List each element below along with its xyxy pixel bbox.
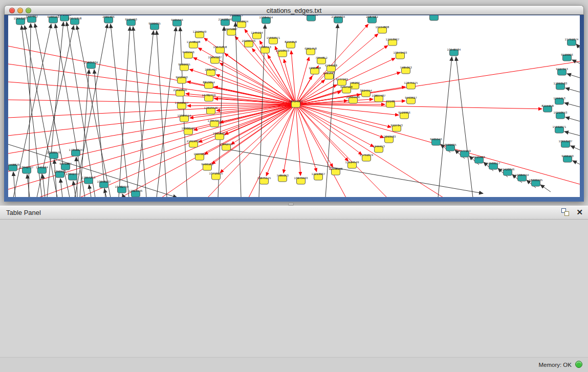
graph-node[interactable]: 17957253 (82, 176, 96, 184)
graph-node[interactable]: 11568829 (8, 163, 19, 171)
graph-node[interactable]: 9777169 (459, 149, 471, 157)
graph-node[interactable]: 9129966 (561, 53, 573, 61)
graph-node[interactable]: 10653287 (14, 17, 28, 25)
graph-node[interactable]: 20206576 (242, 39, 256, 47)
graph-node[interactable]: 9115460 (473, 156, 485, 163)
graph-node[interactable]: 9466160 (47, 15, 59, 23)
graph-node[interactable]: 1350513 (54, 170, 66, 178)
graph-node[interactable]: 7485063 (400, 66, 412, 74)
graph-node[interactable]: 1350513 (259, 46, 271, 53)
graph-node[interactable]: 12093583 (554, 82, 568, 90)
graph-node[interactable]: 22420046 (219, 18, 233, 26)
graph-node[interactable]: 16671358 (68, 17, 82, 25)
graph-node[interactable]: 13942757 (66, 172, 80, 180)
svg-text:12124549: 12124549 (345, 161, 359, 164)
graph-node[interactable]: 12213967 (386, 38, 400, 46)
graph-node[interactable]: 15751074 (360, 154, 374, 161)
graph-node[interactable]: 9465546 (430, 138, 442, 145)
graph-node[interactable]: 9466160 (561, 155, 574, 162)
graph-node[interactable]: 19384554 (259, 16, 274, 24)
graph-node[interactable]: 16210643 (554, 111, 568, 119)
graph-node[interactable]: 16782759 (202, 94, 216, 101)
graph-node[interactable]: 8215958 (285, 40, 297, 48)
graph-node[interactable]: 22420046 (501, 168, 515, 176)
graph-node[interactable]: 9465546 (171, 18, 183, 26)
graph-node[interactable]: 16782759 (115, 185, 129, 193)
graph-node[interactable]: 12923446 (129, 189, 143, 197)
svg-text:62160: 62160 (386, 100, 395, 103)
graph-node[interactable]: 1527602 (193, 152, 206, 160)
graph-node[interactable]: 9465546 (182, 51, 194, 58)
float-panel-icon[interactable] (561, 208, 569, 216)
graph-node[interactable]: 10719155 (209, 172, 223, 180)
graph-node[interactable]: 9777169 (336, 78, 348, 85)
svg-text:17359924: 17359924 (69, 148, 83, 151)
graph-node[interactable]: 15692971 (553, 125, 567, 133)
graph-node[interactable]: 1990448 (309, 67, 321, 74)
graph-node[interactable]: 2691406 (102, 15, 115, 23)
graph-node[interactable]: 9699695 (148, 22, 161, 30)
svg-text:9115460: 9115460 (125, 18, 137, 21)
graph-node[interactable]: 1145194 (251, 31, 263, 39)
graph-node[interactable]: 10973493 (294, 177, 308, 184)
graph-node[interactable]: 11548198 (329, 167, 343, 175)
graph-node[interactable]: 9699695 (444, 143, 456, 151)
graph-node[interactable]: 9115460 (176, 76, 188, 83)
graph-node[interactable]: 8215958 (541, 104, 554, 112)
network-canvas[interactable]: 1212454911548198946554696996959115460224… (8, 15, 580, 197)
graph-node[interactable]: 16154808 (376, 26, 390, 33)
graph-node[interactable]: 9227343 (390, 124, 403, 132)
window-titlebar[interactable]: citations_edges.txt (4, 5, 584, 15)
graph-node[interactable]: 1244413 (373, 145, 385, 152)
graph-node[interactable]: 13942757 (20, 166, 34, 173)
graph-node[interactable]: 15692971 (267, 36, 280, 44)
graph-node[interactable]: 10648784 (447, 48, 462, 56)
graph-node[interactable]: 9975887 (59, 162, 72, 170)
graph-node[interactable]: 3624554 (360, 89, 372, 97)
graph-node[interactable]: 12093583 (382, 135, 396, 143)
graph-node[interactable]: 6794028 (325, 64, 337, 72)
graph-node[interactable]: 16671358 (213, 46, 228, 53)
graph-node[interactable]: 9463627 (405, 96, 417, 104)
graph-node[interactable]: 21915334 (332, 15, 346, 23)
graph-node[interactable]: 9699695 (178, 63, 190, 71)
graph-node[interactable]: 1421077 (323, 72, 335, 79)
graph-node[interactable]: 8813054 (428, 15, 440, 20)
graph-node[interactable]: 2691406 (205, 68, 217, 76)
graph-node[interactable]: 10973493 (394, 51, 407, 59)
table-panel-header: Table Panel ✕ (0, 206, 588, 220)
svg-text:16671358: 16671358 (213, 46, 228, 49)
graph-node[interactable]: 12213967 (312, 172, 325, 180)
graph-node[interactable]: 9466160 (201, 163, 213, 170)
graph-node[interactable]: 10958107 (97, 180, 111, 188)
graph-node[interactable]: 9227343 (556, 68, 568, 75)
graph-node[interactable]: 17957253 (208, 119, 222, 127)
graph-node[interactable]: 2687682 (366, 15, 378, 23)
graph-node[interactable]: 9975887 (225, 28, 237, 35)
graph-node[interactable]: 7955812 (315, 56, 328, 64)
graph-node[interactable]: 10807487 (372, 94, 386, 102)
graph-node[interactable]: 7485063 (276, 174, 289, 182)
graph-node[interactable]: 8813054 (203, 81, 215, 89)
graph-node[interactable]: 18300295 (304, 15, 318, 21)
graph-node[interactable]: 10653287 (208, 56, 222, 63)
graph-node[interactable]: 9129966 (398, 111, 410, 119)
graph-node[interactable]: 17359924 (69, 148, 83, 156)
graph-node[interactable]: 11548198 (187, 40, 201, 48)
graph-node[interactable]: 19384554 (515, 173, 530, 181)
graph-node[interactable]: 62160 (386, 100, 396, 107)
citation-network-graph[interactable]: 1212454911548198946554696996959115460224… (8, 15, 580, 197)
close-panel-icon[interactable]: ✕ (576, 208, 583, 216)
graph-node[interactable]: 14569117 (175, 101, 189, 109)
graph-node[interactable]: 6497568 (340, 85, 353, 93)
svg-text:1244413: 1244413 (553, 97, 565, 100)
graph-node[interactable]: 12124549 (193, 30, 207, 38)
graph-node[interactable]: 21905334 (84, 61, 99, 69)
graph-node[interactable]: 1145194 (36, 166, 48, 173)
graph-node[interactable]: 1244413 (553, 97, 565, 104)
graph-node[interactable]: 1527602 (26, 15, 38, 23)
graph-node[interactable]: 10653287 (559, 140, 573, 147)
graph-node[interactable]: 19384554 (178, 114, 192, 122)
graph-node[interactable]: 6961758 (304, 47, 317, 55)
graph-node[interactable]: 9115460 (125, 18, 137, 26)
